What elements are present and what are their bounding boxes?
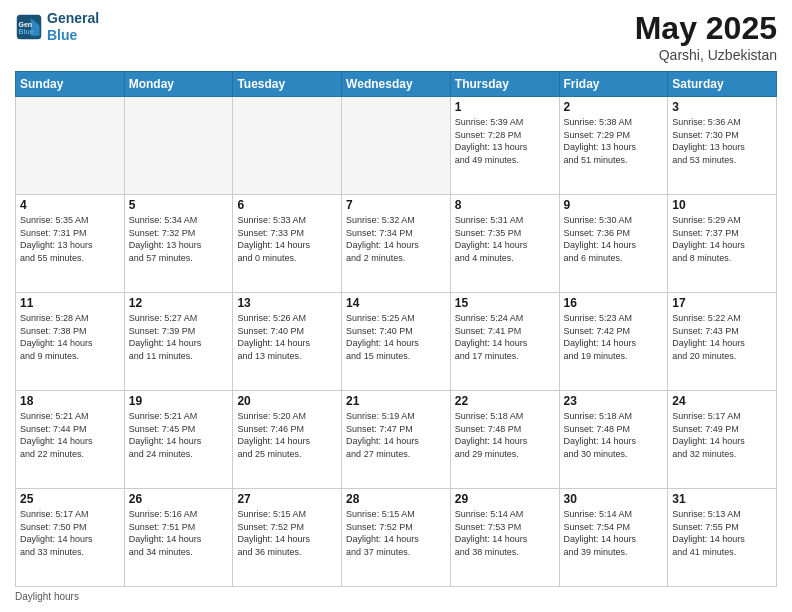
title-month: May 2025 (635, 10, 777, 47)
day-info: Sunrise: 5:29 AM Sunset: 7:37 PM Dayligh… (672, 214, 772, 264)
day-number: 2 (564, 100, 664, 114)
day-number: 15 (455, 296, 555, 310)
calendar-cell (124, 97, 233, 195)
day-number: 25 (20, 492, 120, 506)
day-info: Sunrise: 5:14 AM Sunset: 7:54 PM Dayligh… (564, 508, 664, 558)
weekday-header-thursday: Thursday (450, 72, 559, 97)
day-number: 19 (129, 394, 229, 408)
day-number: 21 (346, 394, 446, 408)
week-row-1: 1Sunrise: 5:39 AM Sunset: 7:28 PM Daylig… (16, 97, 777, 195)
day-info: Sunrise: 5:36 AM Sunset: 7:30 PM Dayligh… (672, 116, 772, 166)
day-number: 16 (564, 296, 664, 310)
day-info: Sunrise: 5:22 AM Sunset: 7:43 PM Dayligh… (672, 312, 772, 362)
calendar-cell (233, 97, 342, 195)
day-number: 14 (346, 296, 446, 310)
svg-text:Blue: Blue (19, 28, 34, 35)
logo-line2: Blue (47, 27, 99, 44)
day-info: Sunrise: 5:27 AM Sunset: 7:39 PM Dayligh… (129, 312, 229, 362)
day-number: 10 (672, 198, 772, 212)
day-number: 8 (455, 198, 555, 212)
calendar-cell: 1Sunrise: 5:39 AM Sunset: 7:28 PM Daylig… (450, 97, 559, 195)
calendar-cell: 17Sunrise: 5:22 AM Sunset: 7:43 PM Dayli… (668, 293, 777, 391)
weekday-header-sunday: Sunday (16, 72, 125, 97)
calendar-cell: 28Sunrise: 5:15 AM Sunset: 7:52 PM Dayli… (342, 489, 451, 587)
day-number: 23 (564, 394, 664, 408)
day-info: Sunrise: 5:28 AM Sunset: 7:38 PM Dayligh… (20, 312, 120, 362)
header: Gen Blue General Blue May 2025 Qarshi, U… (15, 10, 777, 63)
calendar-cell: 19Sunrise: 5:21 AM Sunset: 7:45 PM Dayli… (124, 391, 233, 489)
calendar-cell: 27Sunrise: 5:15 AM Sunset: 7:52 PM Dayli… (233, 489, 342, 587)
calendar-table: SundayMondayTuesdayWednesdayThursdayFrid… (15, 71, 777, 587)
day-info: Sunrise: 5:17 AM Sunset: 7:49 PM Dayligh… (672, 410, 772, 460)
day-number: 29 (455, 492, 555, 506)
day-number: 31 (672, 492, 772, 506)
day-info: Sunrise: 5:31 AM Sunset: 7:35 PM Dayligh… (455, 214, 555, 264)
page: Gen Blue General Blue May 2025 Qarshi, U… (0, 0, 792, 612)
day-info: Sunrise: 5:39 AM Sunset: 7:28 PM Dayligh… (455, 116, 555, 166)
title-location: Qarshi, Uzbekistan (635, 47, 777, 63)
day-info: Sunrise: 5:17 AM Sunset: 7:50 PM Dayligh… (20, 508, 120, 558)
calendar-cell: 25Sunrise: 5:17 AM Sunset: 7:50 PM Dayli… (16, 489, 125, 587)
week-row-2: 4Sunrise: 5:35 AM Sunset: 7:31 PM Daylig… (16, 195, 777, 293)
calendar-cell: 18Sunrise: 5:21 AM Sunset: 7:44 PM Dayli… (16, 391, 125, 489)
calendar-cell: 21Sunrise: 5:19 AM Sunset: 7:47 PM Dayli… (342, 391, 451, 489)
day-number: 3 (672, 100, 772, 114)
logo-icon: Gen Blue (15, 13, 43, 41)
calendar-cell: 16Sunrise: 5:23 AM Sunset: 7:42 PM Dayli… (559, 293, 668, 391)
logo-line1: General (47, 10, 99, 27)
day-info: Sunrise: 5:33 AM Sunset: 7:33 PM Dayligh… (237, 214, 337, 264)
calendar-cell (342, 97, 451, 195)
weekday-header-monday: Monday (124, 72, 233, 97)
calendar-cell: 20Sunrise: 5:20 AM Sunset: 7:46 PM Dayli… (233, 391, 342, 489)
calendar-cell: 9Sunrise: 5:30 AM Sunset: 7:36 PM Daylig… (559, 195, 668, 293)
logo: Gen Blue General Blue (15, 10, 99, 44)
calendar-cell: 4Sunrise: 5:35 AM Sunset: 7:31 PM Daylig… (16, 195, 125, 293)
logo-text: General Blue (47, 10, 99, 44)
day-info: Sunrise: 5:21 AM Sunset: 7:45 PM Dayligh… (129, 410, 229, 460)
day-info: Sunrise: 5:20 AM Sunset: 7:46 PM Dayligh… (237, 410, 337, 460)
calendar-cell: 5Sunrise: 5:34 AM Sunset: 7:32 PM Daylig… (124, 195, 233, 293)
day-info: Sunrise: 5:21 AM Sunset: 7:44 PM Dayligh… (20, 410, 120, 460)
day-info: Sunrise: 5:38 AM Sunset: 7:29 PM Dayligh… (564, 116, 664, 166)
day-info: Sunrise: 5:15 AM Sunset: 7:52 PM Dayligh… (346, 508, 446, 558)
calendar-cell: 22Sunrise: 5:18 AM Sunset: 7:48 PM Dayli… (450, 391, 559, 489)
calendar-cell: 11Sunrise: 5:28 AM Sunset: 7:38 PM Dayli… (16, 293, 125, 391)
calendar-cell: 30Sunrise: 5:14 AM Sunset: 7:54 PM Dayli… (559, 489, 668, 587)
day-number: 7 (346, 198, 446, 212)
day-number: 6 (237, 198, 337, 212)
day-number: 28 (346, 492, 446, 506)
day-number: 5 (129, 198, 229, 212)
calendar-cell: 3Sunrise: 5:36 AM Sunset: 7:30 PM Daylig… (668, 97, 777, 195)
day-number: 18 (20, 394, 120, 408)
calendar-cell: 15Sunrise: 5:24 AM Sunset: 7:41 PM Dayli… (450, 293, 559, 391)
svg-text:Gen: Gen (19, 21, 33, 28)
day-info: Sunrise: 5:15 AM Sunset: 7:52 PM Dayligh… (237, 508, 337, 558)
weekday-header-row: SundayMondayTuesdayWednesdayThursdayFrid… (16, 72, 777, 97)
day-info: Sunrise: 5:34 AM Sunset: 7:32 PM Dayligh… (129, 214, 229, 264)
week-row-5: 25Sunrise: 5:17 AM Sunset: 7:50 PM Dayli… (16, 489, 777, 587)
day-number: 17 (672, 296, 772, 310)
calendar-cell: 2Sunrise: 5:38 AM Sunset: 7:29 PM Daylig… (559, 97, 668, 195)
day-info: Sunrise: 5:25 AM Sunset: 7:40 PM Dayligh… (346, 312, 446, 362)
day-info: Sunrise: 5:35 AM Sunset: 7:31 PM Dayligh… (20, 214, 120, 264)
day-info: Sunrise: 5:24 AM Sunset: 7:41 PM Dayligh… (455, 312, 555, 362)
day-number: 13 (237, 296, 337, 310)
day-info: Sunrise: 5:18 AM Sunset: 7:48 PM Dayligh… (455, 410, 555, 460)
day-number: 1 (455, 100, 555, 114)
footer-note: Daylight hours (15, 591, 777, 602)
day-number: 24 (672, 394, 772, 408)
day-number: 30 (564, 492, 664, 506)
calendar-cell: 26Sunrise: 5:16 AM Sunset: 7:51 PM Dayli… (124, 489, 233, 587)
calendar-cell: 7Sunrise: 5:32 AM Sunset: 7:34 PM Daylig… (342, 195, 451, 293)
weekday-header-friday: Friday (559, 72, 668, 97)
calendar-cell: 24Sunrise: 5:17 AM Sunset: 7:49 PM Dayli… (668, 391, 777, 489)
calendar-cell: 12Sunrise: 5:27 AM Sunset: 7:39 PM Dayli… (124, 293, 233, 391)
week-row-3: 11Sunrise: 5:28 AM Sunset: 7:38 PM Dayli… (16, 293, 777, 391)
day-info: Sunrise: 5:23 AM Sunset: 7:42 PM Dayligh… (564, 312, 664, 362)
day-number: 9 (564, 198, 664, 212)
day-info: Sunrise: 5:16 AM Sunset: 7:51 PM Dayligh… (129, 508, 229, 558)
day-number: 20 (237, 394, 337, 408)
calendar-cell: 29Sunrise: 5:14 AM Sunset: 7:53 PM Dayli… (450, 489, 559, 587)
weekday-header-wednesday: Wednesday (342, 72, 451, 97)
calendar-cell: 14Sunrise: 5:25 AM Sunset: 7:40 PM Dayli… (342, 293, 451, 391)
